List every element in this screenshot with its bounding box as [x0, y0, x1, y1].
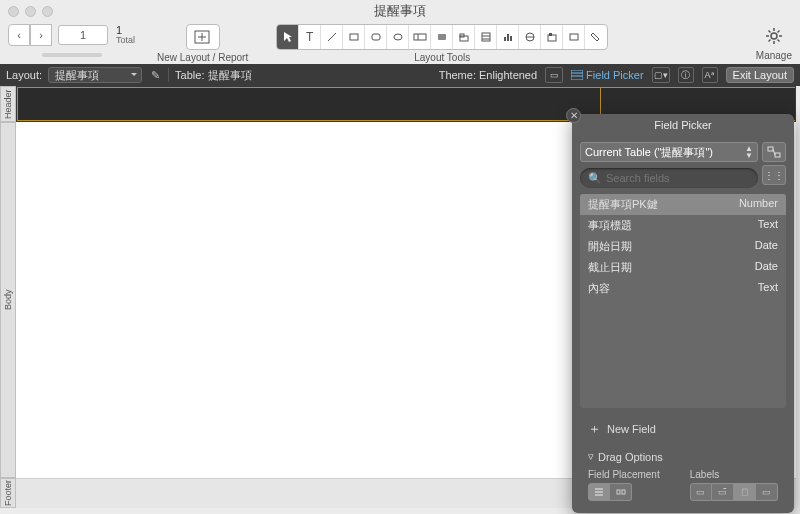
layout-page-input[interactable]: 1 — [58, 25, 108, 45]
oval-tool[interactable] — [387, 25, 409, 49]
portal-tool[interactable] — [475, 25, 497, 49]
fieldpicker-panel: ✕ Field Picker Current Table ("提醒事項") ▲▼… — [572, 114, 794, 513]
label-top-button[interactable]: ▭̄ — [712, 483, 734, 501]
button-tool[interactable] — [431, 25, 453, 49]
new-field-button[interactable]: ＋ New Field — [580, 416, 786, 442]
table-label: Table: 提醒事項 — [175, 68, 251, 83]
new-layout-label: New Layout / Report — [157, 52, 248, 63]
labels-label: Labels — [690, 469, 778, 480]
line-tool[interactable] — [321, 25, 343, 49]
svg-rect-9 — [438, 34, 446, 40]
part-tab-header[interactable]: Header — [0, 86, 16, 122]
tab-tool[interactable] — [453, 25, 475, 49]
svg-line-37 — [773, 149, 775, 155]
fieldpicker-toggle[interactable]: Field Picker — [571, 69, 643, 81]
edit-layout-name-button[interactable]: ✎ — [148, 69, 162, 82]
minimize-window-icon[interactable] — [25, 6, 36, 17]
select-arrows-icon: ▲▼ — [745, 145, 753, 159]
svg-rect-21 — [549, 33, 552, 36]
manage-label: Manage — [756, 50, 792, 61]
layout-tools-group: T Layout Tools — [276, 24, 608, 63]
close-window-icon[interactable] — [8, 6, 19, 17]
divider — [168, 68, 169, 82]
field-row-selected[interactable]: 提醒事項PK鍵 Number — [580, 194, 786, 215]
manage-group: Manage — [756, 24, 792, 61]
svg-rect-35 — [768, 147, 773, 151]
svg-rect-41 — [617, 490, 620, 494]
part-tab-body[interactable]: Body — [0, 122, 16, 478]
svg-point-23 — [771, 33, 777, 39]
traffic-lights — [8, 6, 53, 17]
label-none-button[interactable]: ▭ — [756, 483, 778, 501]
placement-horizontal-button[interactable] — [610, 483, 632, 501]
layout-status-bar: Layout: 提醒事項 ✎ Table: 提醒事項 Theme: Enligh… — [0, 64, 800, 86]
svg-rect-17 — [510, 36, 512, 41]
webviewer-tool[interactable] — [519, 25, 541, 49]
field-row[interactable]: 截止日期 Date — [580, 257, 786, 278]
search-icon: 🔍 — [588, 172, 602, 185]
placement-vertical-button[interactable] — [588, 483, 610, 501]
window-title: 提醒事項 — [374, 2, 426, 20]
prev-layout-button[interactable]: ‹ — [8, 24, 30, 46]
new-layout-group: New Layout / Report — [157, 24, 248, 63]
svg-rect-5 — [372, 34, 380, 40]
sort-fields-button[interactable]: ⋮⋮ — [762, 165, 786, 185]
svg-rect-7 — [414, 34, 426, 40]
disclosure-triangle-icon[interactable]: ▿ — [588, 450, 594, 463]
exit-layout-button[interactable]: Exit Layout — [726, 67, 794, 83]
relations-icon — [767, 146, 781, 158]
field-row[interactable]: 內容 Text — [580, 278, 786, 299]
new-layout-icon — [193, 29, 213, 45]
svg-point-6 — [394, 34, 402, 40]
next-layout-button[interactable]: › — [30, 24, 52, 46]
layout-zoom-slider[interactable] — [42, 44, 102, 66]
slide-tool[interactable] — [563, 25, 585, 49]
fieldpicker-icon — [571, 70, 583, 80]
svg-rect-12 — [482, 33, 490, 41]
field-row[interactable]: 開始日期 Date — [580, 236, 786, 257]
field-tool[interactable] — [409, 25, 431, 49]
svg-line-28 — [768, 31, 770, 33]
theme-picker-button[interactable]: ▭ — [545, 67, 563, 83]
svg-rect-15 — [504, 37, 506, 41]
text-format-button[interactable]: Aᵃ — [702, 67, 718, 83]
svg-rect-42 — [622, 490, 625, 494]
svg-line-29 — [777, 40, 779, 42]
layout-total-label: Total — [116, 35, 135, 45]
theme-label: Theme: Enlightened — [439, 69, 537, 81]
table-select[interactable]: Current Table ("提醒事項") ▲▼ — [580, 142, 758, 162]
related-table-button[interactable] — [762, 142, 786, 162]
svg-rect-4 — [350, 34, 358, 40]
field-row[interactable]: 事項標題 Text — [580, 215, 786, 236]
label-left-button[interactable]: ▭ — [690, 483, 712, 501]
window-titlebar: 提醒事項 — [0, 0, 800, 22]
pointer-tool[interactable] — [277, 25, 299, 49]
layout-selector[interactable]: 提醒事項 — [48, 67, 142, 83]
popover-tool[interactable] — [541, 25, 563, 49]
text-tool[interactable]: T — [299, 25, 321, 49]
svg-rect-16 — [507, 34, 509, 41]
manage-button[interactable] — [761, 24, 787, 48]
main-toolbar: ‹ › 1 1 Total Layouts New Layout / Repor… — [0, 22, 800, 64]
search-field-wrap: 🔍 — [580, 168, 758, 188]
layout-prefix-label: Layout: — [6, 69, 42, 81]
layout-total-count: 1 — [116, 25, 135, 35]
format-painter-tool[interactable] — [585, 25, 607, 49]
svg-line-31 — [777, 31, 779, 33]
chart-tool[interactable] — [497, 25, 519, 49]
svg-rect-22 — [570, 34, 578, 40]
zoom-window-icon[interactable] — [42, 6, 53, 17]
label-inside-button[interactable]: ⎕ — [734, 483, 756, 501]
gear-icon — [765, 27, 783, 45]
search-input[interactable] — [606, 172, 750, 184]
info-button[interactable]: ⓘ — [678, 67, 694, 83]
field-placement-label: Field Placement — [588, 469, 660, 480]
rounded-rect-tool[interactable] — [365, 25, 387, 49]
layout-tools-bar: T — [276, 24, 608, 50]
new-layout-button[interactable] — [186, 24, 220, 50]
drag-options: ▿ Drag Options Field Placement Labels ▭ … — [580, 446, 786, 505]
screen-picker-button[interactable]: ▢▾ — [652, 67, 670, 83]
rectangle-tool[interactable] — [343, 25, 365, 49]
layout-tools-label: Layout Tools — [414, 52, 470, 63]
part-tab-footer[interactable]: Footer — [0, 478, 16, 508]
